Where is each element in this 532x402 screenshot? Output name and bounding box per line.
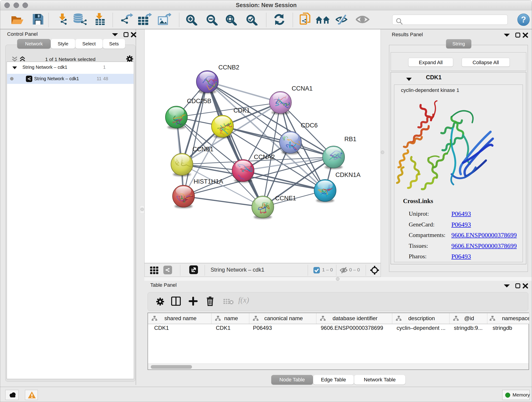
svg-text:CDKN1A: CDKN1A — [336, 172, 361, 178]
svg-text:CDK1: CDK1 — [234, 107, 250, 114]
svg-text:HIST1H1A: HIST1H1A — [194, 178, 223, 185]
svg-text:CCNA1: CCNA1 — [292, 85, 313, 92]
svg-text:CDC6: CDC6 — [301, 122, 318, 129]
svg-text:CCNB1: CCNB1 — [192, 146, 214, 153]
svg-text:CDC25B: CDC25B — [187, 98, 211, 104]
svg-text:?: ? — [521, 15, 526, 24]
svg-text:RB1: RB1 — [344, 136, 356, 143]
svg-text:CCNB2: CCNB2 — [218, 64, 239, 71]
svg-text:CCNE1: CCNE1 — [275, 195, 296, 202]
svg-text:CCNA2: CCNA2 — [254, 153, 275, 160]
